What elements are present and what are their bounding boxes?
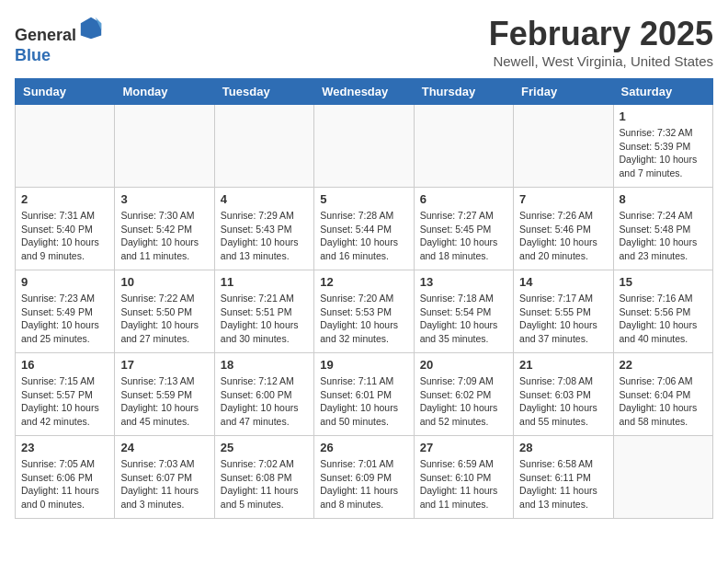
day-info: Sunrise: 7:17 AM Sunset: 5:55 PM Dayligh…	[519, 292, 607, 346]
calendar-cell: 16Sunrise: 7:15 AM Sunset: 5:57 PM Dayli…	[16, 353, 115, 436]
day-info: Sunrise: 7:22 AM Sunset: 5:50 PM Dayligh…	[120, 292, 208, 346]
day-number: 13	[420, 275, 507, 289]
weekday-header-row: SundayMondayTuesdayWednesdayThursdayFrid…	[16, 79, 713, 105]
day-number: 21	[519, 358, 607, 372]
calendar-cell: 6Sunrise: 7:27 AM Sunset: 5:45 PM Daylig…	[414, 188, 513, 270]
day-number: 1	[620, 109, 707, 123]
day-number: 2	[21, 192, 108, 206]
weekday-header-wednesday: Wednesday	[314, 79, 414, 105]
day-info: Sunrise: 7:08 AM Sunset: 6:03 PM Dayligh…	[519, 374, 607, 429]
week-row-1: 1Sunrise: 7:32 AM Sunset: 5:39 PM Daylig…	[16, 105, 713, 188]
day-number: 23	[21, 441, 108, 454]
day-info: Sunrise: 7:28 AM Sunset: 5:44 PM Dayligh…	[320, 209, 407, 263]
day-info: Sunrise: 7:02 AM Sunset: 6:08 PM Dayligh…	[221, 457, 308, 511]
day-number: 5	[320, 192, 407, 206]
day-number: 16	[21, 358, 108, 372]
calendar-cell	[115, 105, 214, 188]
calendar-cell: 26Sunrise: 7:01 AM Sunset: 6:09 PM Dayli…	[314, 436, 414, 519]
week-row-3: 9Sunrise: 7:23 AM Sunset: 5:49 PM Daylig…	[16, 270, 713, 353]
day-info: Sunrise: 7:09 AM Sunset: 6:02 PM Dayligh…	[420, 374, 507, 429]
day-number: 27	[420, 441, 507, 454]
title-block: February 2025 Newell, West Virginia, Uni…	[489, 15, 713, 69]
day-number: 14	[519, 275, 607, 289]
day-info: Sunrise: 6:59 AM Sunset: 6:10 PM Dayligh…	[420, 457, 507, 511]
calendar-cell	[414, 105, 513, 188]
day-number: 18	[221, 358, 308, 372]
calendar-cell: 20Sunrise: 7:09 AM Sunset: 6:02 PM Dayli…	[414, 353, 513, 436]
calendar-cell: 28Sunrise: 6:58 AM Sunset: 6:11 PM Dayli…	[514, 436, 613, 519]
calendar-cell	[613, 436, 712, 519]
day-info: Sunrise: 7:24 AM Sunset: 5:48 PM Dayligh…	[620, 209, 707, 263]
calendar-cell	[16, 105, 115, 188]
weekday-header-monday: Monday	[115, 79, 214, 105]
weekday-header-sunday: Sunday	[16, 79, 115, 105]
day-info: Sunrise: 7:05 AM Sunset: 6:06 PM Dayligh…	[21, 457, 108, 511]
calendar-cell: 23Sunrise: 7:05 AM Sunset: 6:06 PM Dayli…	[16, 436, 115, 519]
day-info: Sunrise: 7:12 AM Sunset: 6:00 PM Dayligh…	[221, 374, 308, 429]
day-number: 28	[519, 441, 607, 454]
day-info: Sunrise: 7:27 AM Sunset: 5:45 PM Dayligh…	[420, 209, 507, 263]
weekday-header-friday: Friday	[514, 79, 613, 105]
weekday-header-tuesday: Tuesday	[214, 79, 313, 105]
calendar-cell: 5Sunrise: 7:28 AM Sunset: 5:44 PM Daylig…	[314, 188, 414, 270]
day-number: 26	[320, 441, 407, 454]
calendar-cell: 8Sunrise: 7:24 AM Sunset: 5:48 PM Daylig…	[613, 188, 712, 270]
week-row-5: 23Sunrise: 7:05 AM Sunset: 6:06 PM Dayli…	[16, 436, 713, 519]
day-info: Sunrise: 7:26 AM Sunset: 5:46 PM Dayligh…	[519, 209, 607, 263]
calendar-cell	[314, 105, 414, 188]
day-info: Sunrise: 6:58 AM Sunset: 6:11 PM Dayligh…	[519, 457, 607, 511]
calendar-cell: 18Sunrise: 7:12 AM Sunset: 6:00 PM Dayli…	[214, 353, 313, 436]
day-info: Sunrise: 7:31 AM Sunset: 5:40 PM Dayligh…	[21, 209, 108, 263]
day-number: 3	[120, 192, 208, 206]
calendar-cell: 15Sunrise: 7:16 AM Sunset: 5:56 PM Dayli…	[613, 270, 712, 353]
location: Newell, West Virginia, United States	[489, 53, 713, 69]
day-number: 24	[120, 441, 208, 454]
day-number: 6	[420, 192, 507, 206]
calendar-cell: 25Sunrise: 7:02 AM Sunset: 6:08 PM Dayli…	[214, 436, 313, 519]
calendar-cell: 7Sunrise: 7:26 AM Sunset: 5:46 PM Daylig…	[514, 188, 613, 270]
day-number: 25	[221, 441, 308, 454]
weekday-header-saturday: Saturday	[613, 79, 712, 105]
calendar-cell: 1Sunrise: 7:32 AM Sunset: 5:39 PM Daylig…	[613, 105, 712, 188]
day-info: Sunrise: 7:23 AM Sunset: 5:49 PM Dayligh…	[21, 292, 108, 346]
day-number: 11	[221, 275, 308, 289]
day-info: Sunrise: 7:15 AM Sunset: 5:57 PM Dayligh…	[21, 374, 108, 429]
day-number: 12	[320, 275, 407, 289]
logo-general: General	[15, 26, 76, 44]
day-info: Sunrise: 7:11 AM Sunset: 6:01 PM Dayligh…	[320, 374, 407, 429]
calendar-cell: 21Sunrise: 7:08 AM Sunset: 6:03 PM Dayli…	[514, 353, 613, 436]
day-info: Sunrise: 7:03 AM Sunset: 6:07 PM Dayligh…	[120, 457, 208, 511]
calendar-cell: 13Sunrise: 7:18 AM Sunset: 5:54 PM Dayli…	[414, 270, 513, 353]
logo: General Blue	[15, 15, 104, 65]
month-title: February 2025	[489, 15, 713, 53]
week-row-4: 16Sunrise: 7:15 AM Sunset: 5:57 PM Dayli…	[16, 353, 713, 436]
logo-icon	[78, 15, 104, 40]
day-number: 7	[519, 192, 607, 206]
day-info: Sunrise: 7:06 AM Sunset: 6:04 PM Dayligh…	[620, 374, 707, 429]
day-info: Sunrise: 7:32 AM Sunset: 5:39 PM Dayligh…	[620, 126, 707, 180]
calendar-cell	[214, 105, 313, 188]
day-number: 22	[620, 358, 707, 372]
calendar-cell: 9Sunrise: 7:23 AM Sunset: 5:49 PM Daylig…	[16, 270, 115, 353]
day-info: Sunrise: 7:29 AM Sunset: 5:43 PM Dayligh…	[221, 209, 308, 263]
day-number: 10	[120, 275, 208, 289]
calendar-cell: 22Sunrise: 7:06 AM Sunset: 6:04 PM Dayli…	[613, 353, 712, 436]
day-info: Sunrise: 7:16 AM Sunset: 5:56 PM Dayligh…	[620, 292, 707, 346]
day-number: 19	[320, 358, 407, 372]
day-number: 15	[620, 275, 707, 289]
calendar-cell: 10Sunrise: 7:22 AM Sunset: 5:50 PM Dayli…	[115, 270, 214, 353]
calendar-cell	[514, 105, 613, 188]
day-info: Sunrise: 7:30 AM Sunset: 5:42 PM Dayligh…	[120, 209, 208, 263]
day-info: Sunrise: 7:13 AM Sunset: 5:59 PM Dayligh…	[120, 374, 208, 429]
day-info: Sunrise: 7:18 AM Sunset: 5:54 PM Dayligh…	[420, 292, 507, 346]
day-info: Sunrise: 7:21 AM Sunset: 5:51 PM Dayligh…	[221, 292, 308, 346]
logo-blue: Blue	[15, 46, 51, 64]
day-number: 4	[221, 192, 308, 206]
calendar-cell: 11Sunrise: 7:21 AM Sunset: 5:51 PM Dayli…	[214, 270, 313, 353]
day-number: 9	[21, 275, 108, 289]
calendar-cell: 3Sunrise: 7:30 AM Sunset: 5:42 PM Daylig…	[115, 188, 214, 270]
calendar-cell: 2Sunrise: 7:31 AM Sunset: 5:40 PM Daylig…	[16, 188, 115, 270]
calendar-cell: 24Sunrise: 7:03 AM Sunset: 6:07 PM Dayli…	[115, 436, 214, 519]
week-row-2: 2Sunrise: 7:31 AM Sunset: 5:40 PM Daylig…	[16, 188, 713, 270]
day-number: 17	[120, 358, 208, 372]
